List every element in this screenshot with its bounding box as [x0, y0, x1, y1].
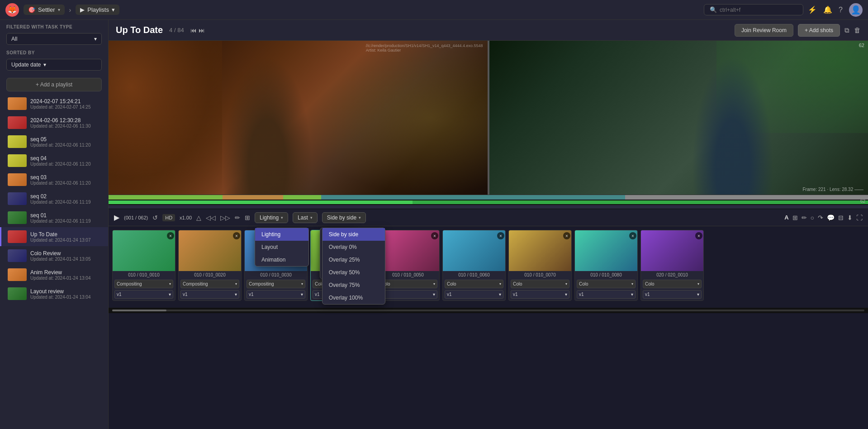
film-close-button[interactable]: ×	[695, 232, 702, 239]
film-version-select[interactable]: v1 ▾	[643, 290, 702, 299]
film-version-label: v1	[645, 292, 650, 297]
layout-toggle-icon[interactable]: ⊟	[838, 214, 844, 221]
playlist-selector[interactable]: ▶ Playlists ▾	[76, 5, 119, 15]
project-selector[interactable]: 🎯 Settler ▾	[24, 5, 65, 15]
film-task-select[interactable]: Colo ▾	[577, 280, 636, 288]
film-card[interactable]: × 010 / 010_0060 Colo ▾ v1 ▾	[442, 230, 506, 301]
film-task-select[interactable]: Colo ▾	[445, 280, 503, 288]
refresh-icon[interactable]: ↺	[152, 214, 158, 221]
search-bar[interactable]: 🔍	[704, 4, 803, 15]
cmp-option-sidebyside[interactable]: Side by side	[323, 228, 385, 241]
search-icon: 🔍	[710, 6, 717, 13]
volume-icon[interactable]: ◁◁	[206, 214, 216, 221]
cmp-option-overlay100[interactable]: Overlay 100%	[323, 291, 385, 304]
film-version-label: v1	[579, 292, 584, 297]
film-card[interactable]: × 010 / 010_0010 Compositing ▾ v1 ▾	[112, 230, 175, 301]
external-link-icon[interactable]: ⧉	[844, 26, 849, 34]
film-version-select[interactable]: v1 ▾	[445, 290, 503, 299]
help-icon[interactable]: ?	[839, 6, 843, 14]
playlist-item[interactable]: Colo Review Updated at: 2024-01-24 13:05	[0, 246, 108, 265]
nav-last-button[interactable]: ⏭	[199, 27, 205, 34]
header-actions: Join Review Room + Add shots ⧉ 🗑	[735, 24, 861, 37]
playlist-item[interactable]: seq 01 Updated at: 2024-02-06 11:19	[0, 208, 108, 227]
version-dropdown-button[interactable]: Last ▾	[293, 212, 318, 223]
annotate-a-icon[interactable]: A	[784, 214, 788, 221]
playlist-item[interactable]: 2024-02-06 12:30:28 Updated at: 2024-02-…	[0, 113, 108, 132]
film-thumb: ×	[443, 230, 506, 271]
film-task-select[interactable]: Compositing ▾	[114, 280, 173, 288]
chat-icon[interactable]: 💬	[827, 214, 835, 221]
add-playlist-button[interactable]: + Add a playlist	[6, 78, 102, 91]
filmstrip-scrollbar[interactable]	[109, 308, 868, 313]
film-task-select[interactable]: Colo ▾	[643, 280, 702, 288]
task-dropdown-button[interactable]: Lighting ▾	[255, 212, 288, 223]
film-close-button[interactable]: ×	[167, 232, 174, 239]
task-option-layout[interactable]: Layout	[255, 241, 308, 253]
sort-select[interactable]: Update date ▾	[6, 59, 102, 71]
search-input[interactable]	[720, 7, 792, 13]
sound-icon[interactable]: △	[196, 214, 201, 221]
film-card[interactable]: × 020 / 020_0010 Colo ▾ v1 ▾	[640, 230, 704, 301]
scroll-thumb[interactable]	[112, 310, 166, 311]
download-icon[interactable]: ⬇	[847, 214, 853, 221]
film-card[interactable]: × 010 / 010_0070 Colo ▾ v1 ▾	[508, 230, 572, 301]
play-button[interactable]: ▶	[114, 213, 119, 222]
film-card[interactable]: × 010 / 010_0080 Colo ▾ v1 ▾	[574, 230, 638, 301]
film-task-select[interactable]: Compositing ▾	[247, 280, 305, 288]
trash-icon[interactable]: 🗑	[854, 26, 861, 34]
playlist-item[interactable]: Up To Date Updated at: 2024-01-24 13:07	[0, 227, 108, 246]
film-version-select[interactable]: v1 ▾	[511, 290, 569, 299]
film-version-select[interactable]: v1 ▾	[379, 290, 437, 299]
film-task-select[interactable]: Colo ▾	[379, 280, 437, 288]
film-task-select[interactable]: Compositing ▾	[180, 280, 239, 288]
grid-icon[interactable]: ⊞	[792, 214, 798, 221]
redo-icon[interactable]: ↷	[818, 214, 823, 221]
compare-dropdown-button[interactable]: Side by side ▾	[322, 212, 366, 223]
more-icon[interactable]: ⊞	[245, 214, 250, 221]
playlist-item-date: Updated at: 2024-01-24 13:05	[30, 257, 102, 262]
lightning-icon[interactable]: ⚡	[808, 5, 817, 14]
playlist-item[interactable]: seq 05 Updated at: 2024-02-06 11:20	[0, 132, 108, 151]
film-close-button[interactable]: ×	[497, 232, 504, 239]
playlist-item[interactable]: seq 02 Updated at: 2024-02-06 11:19	[0, 189, 108, 208]
bell-icon[interactable]: 🔔	[823, 5, 832, 14]
film-close-button[interactable]: ×	[629, 232, 636, 239]
playlist-item[interactable]: seq 04 Updated at: 2024-02-06 11:20	[0, 151, 108, 170]
add-shots-button[interactable]: + Add shots	[798, 24, 840, 37]
film-title: 010 / 010_0060	[443, 271, 505, 279]
nav-first-button[interactable]: ⏮	[190, 27, 197, 34]
film-card[interactable]: × 010 / 010_0020 Compositing ▾ v1 ▾	[178, 230, 242, 301]
film-close-button[interactable]: ×	[233, 232, 240, 239]
cmp-option-overlay75[interactable]: Overlay 75%	[323, 279, 385, 291]
circle-tool-icon[interactable]: ○	[811, 214, 814, 221]
cmp-option-overlay25[interactable]: Overlay 25%	[323, 253, 385, 266]
pencil-tool-icon[interactable]: ✏	[802, 214, 807, 221]
edit-icon[interactable]: ✏	[235, 214, 240, 221]
playlist-item[interactable]: seq 03 Updated at: 2024-02-06 11:20	[0, 170, 108, 189]
film-version-select[interactable]: v1 ▾	[577, 290, 636, 299]
film-version-select[interactable]: v1 ▾	[247, 290, 305, 299]
timeline-bar[interactable]: 62	[109, 195, 868, 209]
film-thumb: ×	[179, 230, 242, 271]
cmp-option-overlay0[interactable]: Overlay 0%	[323, 241, 385, 253]
cmp-option-overlay50[interactable]: Overlay 50%	[323, 266, 385, 279]
playlist-item[interactable]: 2024-02-07 15:24:21 Updated at: 2024-02-…	[0, 94, 108, 113]
playlist-item[interactable]: Layout review Updated at: 2024-01-24 13:…	[0, 284, 108, 303]
nav-separator: ›	[69, 6, 71, 14]
task-option-animation[interactable]: Animation	[255, 253, 308, 266]
playlist-item[interactable]: Anim Review Updated at: 2024-01-24 13:04	[0, 265, 108, 284]
film-close-button[interactable]: ×	[431, 232, 438, 239]
film-card[interactable]: × 010 / 010_0050 Colo ▾ v1 ▾	[376, 230, 440, 301]
fast-forward-icon[interactable]: ▷▷	[220, 214, 230, 221]
playlist-item-date: Updated at: 2024-01-24 13:07	[30, 238, 102, 243]
join-room-button[interactable]: Join Review Room	[735, 24, 793, 37]
playlist-list: 2024-02-07 15:24:21 Updated at: 2024-02-…	[0, 94, 108, 429]
film-version-select[interactable]: v1 ▾	[180, 290, 239, 299]
film-task-select[interactable]: Colo ▾	[511, 280, 569, 288]
avatar[interactable]: 👤	[849, 3, 863, 17]
filter-select[interactable]: All ▾	[6, 33, 102, 45]
fullscreen-icon[interactable]: ⛶	[856, 214, 863, 221]
film-version-select[interactable]: v1 ▾	[114, 290, 173, 299]
film-close-button[interactable]: ×	[563, 232, 570, 239]
task-option-lighting[interactable]: Lighting	[255, 228, 308, 241]
